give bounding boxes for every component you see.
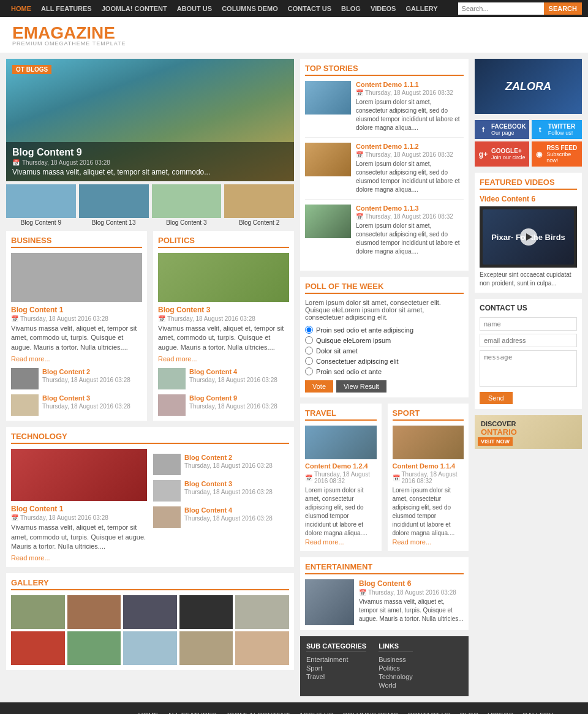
politics-mini-title-2[interactable]: Blog Content 9	[189, 394, 277, 402]
technology-mini-title-3[interactable]: Blog Content 4	[184, 506, 273, 514]
footer-nav-joomla[interactable]: JOOMLA! CONTENT	[226, 712, 290, 714]
nav-gallery[interactable]: GALLERY	[401, 0, 442, 17]
googleplus-button[interactable]: g+ GOOGLE+ Join our circle	[475, 141, 529, 167]
hero-image: OT BLOGS Blog Content 9 📅 Thursday, 18 A…	[6, 59, 294, 181]
politics-read-more[interactable]: Read more...	[158, 355, 197, 363]
link-world[interactable]: World	[379, 682, 413, 689]
gallery-cell-8[interactable]	[123, 631, 177, 665]
business-main-post-title[interactable]: Blog Content 1	[11, 306, 142, 314]
vote-button[interactable]: Vote	[305, 380, 333, 393]
sub-cat-sport[interactable]: Sport	[306, 664, 366, 672]
hero-excerpt: Vivamus massa velit, aliquet et, tempor …	[12, 168, 288, 176]
contact-message-textarea[interactable]	[480, 350, 577, 387]
footer-nav-all-features[interactable]: ALL FEATURES	[168, 712, 217, 714]
sub-cat-travel[interactable]: Travel	[306, 673, 366, 680]
technology-mini-title-2[interactable]: Blog Content 3	[184, 480, 273, 487]
hero-thumb-3[interactable]: Blog Content 3	[152, 184, 222, 226]
logo-tagline: PREMIUM OMEGATHEME TEMPLATE	[12, 40, 126, 47]
story-excerpt-1: Lorem ipsum dolor sit amet, consectetur …	[356, 98, 464, 132]
play-button[interactable]	[520, 228, 537, 246]
video-thumbnail[interactable]: Pixar- For the Birds	[480, 206, 577, 268]
poll-radio-2[interactable]	[305, 336, 313, 344]
nav-columns-demo[interactable]: COLUMNS DEMO	[217, 0, 283, 17]
story-title-1[interactable]: Content Demo 1.1.1	[356, 81, 464, 88]
technology-read-more[interactable]: Read more...	[11, 554, 50, 562]
nav-all-features[interactable]: ALL FEATURES	[36, 0, 97, 17]
business-mini-post-2: Blog Content 3 Thursday, 18 August 2016 …	[11, 394, 142, 416]
gallery-cell-1[interactable]	[11, 595, 65, 629]
footer-nav-about[interactable]: ABOUT US	[299, 712, 333, 714]
contact-send-button[interactable]: Send	[480, 392, 513, 404]
business-mini-title-2[interactable]: Blog Content 3	[42, 394, 130, 402]
sport-post-title[interactable]: Content Demo 1.1.4	[393, 462, 464, 470]
politics-mini-date-2: Thursday, 18 August 2016 03:28	[189, 403, 277, 410]
sport-img	[393, 426, 464, 459]
sub-categories-col: SUB CATEGORIES Entertainment Sport Trave…	[306, 642, 366, 690]
travel-post-title[interactable]: Content Demo 1.2.4	[305, 462, 377, 470]
footer-nav-columns[interactable]: COLUMNS DEMO	[342, 712, 398, 714]
entertainment-img	[305, 579, 354, 625]
nav-blog[interactable]: BLOG	[336, 0, 366, 17]
footer-nav-gallery[interactable]: GALLERY	[522, 712, 554, 714]
story-excerpt-3: Lorem ipsum dolor sit amet, consectetur …	[356, 222, 464, 256]
technology-mini-title-1[interactable]: Blog Content 2	[184, 454, 273, 461]
footer-nav-blog[interactable]: BLOG	[460, 712, 479, 714]
travel-read-more[interactable]: Read more...	[305, 538, 344, 546]
story-title-2[interactable]: Content Demo 1.1.2	[356, 143, 464, 150]
poll-radio-1[interactable]	[305, 326, 313, 334]
nav-joomla-content[interactable]: JOOMLA! CONTENT	[97, 0, 172, 17]
hero-thumb-4[interactable]: Blog Content 2	[224, 184, 294, 226]
nav-videos[interactable]: VIDEOS	[366, 0, 401, 17]
poll-radio-3[interactable]	[305, 347, 313, 355]
twitter-button[interactable]: t TWITTER Follow us!	[532, 120, 582, 139]
view-result-button[interactable]: View Result	[336, 380, 386, 393]
hero-thumb-1[interactable]: Blog Content 9	[6, 184, 76, 226]
poll-radio-5[interactable]	[305, 367, 313, 375]
story-title-3[interactable]: Content Demo 1.1.3	[356, 205, 464, 212]
nav-about-us[interactable]: ABOUT US	[172, 0, 217, 17]
gallery-cell-2[interactable]	[67, 595, 121, 629]
sport-read-more[interactable]: Read more...	[393, 538, 432, 546]
technology-main-post-title[interactable]: Blog Content 1	[11, 505, 147, 513]
hero-caption: Blog Content 9 📅 Thursday, 18 August 201…	[6, 142, 294, 181]
business-read-more[interactable]: Read more...	[11, 355, 50, 363]
link-politics[interactable]: Politics	[379, 664, 413, 672]
gallery-cell-9[interactable]	[179, 631, 233, 665]
footer-nav-home[interactable]: HOME	[138, 712, 159, 714]
gallery-cell-7[interactable]	[67, 631, 121, 665]
top-search-input[interactable]	[458, 2, 544, 15]
footer-nav-videos[interactable]: VIDEOS	[488, 712, 513, 714]
politics-main-post-title[interactable]: Blog Content 3	[158, 306, 289, 314]
video-title[interactable]: Video Content 6	[480, 195, 577, 203]
gallery-cell-4[interactable]	[179, 595, 233, 629]
business-mini-title-1[interactable]: Blog Content 2	[42, 368, 130, 375]
cal-icon: 📅	[359, 589, 366, 596]
mini-post-img-4	[158, 394, 186, 416]
poll-option-label-2: Quisque eleLorem ipsum	[316, 337, 391, 344]
link-business[interactable]: Business	[379, 656, 413, 663]
technology-title: TECHNOLOGY	[11, 432, 289, 444]
poll-option-label-3: Dolor sit amet	[316, 347, 358, 355]
hero-thumb-2[interactable]: Blog Content 13	[79, 184, 149, 226]
rss-button[interactable]: ◉ RSS FEED Subscribe now!	[532, 141, 582, 167]
sub-cat-entertainment[interactable]: Entertainment	[306, 656, 366, 663]
entertainment-date: 📅 Thursday, 18 August 2016 03:28	[359, 589, 464, 596]
top-search-button[interactable]: SEARCH	[544, 2, 582, 15]
contact-email-input[interactable]	[480, 334, 577, 347]
nav-contact-us[interactable]: CONTACT US	[283, 0, 336, 17]
gallery-cell-3[interactable]	[123, 595, 177, 629]
poll-title: POLL OF THE WEEK	[305, 282, 464, 294]
politics-mini-title-1[interactable]: Blog Content 4	[189, 368, 277, 375]
facebook-button[interactable]: f FACEBOOK Our page	[475, 120, 529, 139]
poll-radio-4[interactable]	[305, 357, 313, 365]
entertainment-post-title[interactable]: Blog Content 6	[359, 579, 464, 588]
gallery-cell-6[interactable]	[11, 631, 65, 665]
gallery-cell-5[interactable]	[235, 595, 289, 629]
nav-home[interactable]: HOME	[6, 0, 36, 17]
ad-banner-top: ZALORA	[475, 59, 582, 114]
gallery-cell-10[interactable]	[235, 631, 289, 665]
politics-mini-date-1: Thursday, 18 August 2016 03:28	[189, 377, 277, 383]
contact-name-input[interactable]	[480, 317, 577, 331]
link-technology[interactable]: Technology	[379, 673, 413, 680]
footer-nav-contact[interactable]: CONTACT US	[407, 712, 451, 714]
